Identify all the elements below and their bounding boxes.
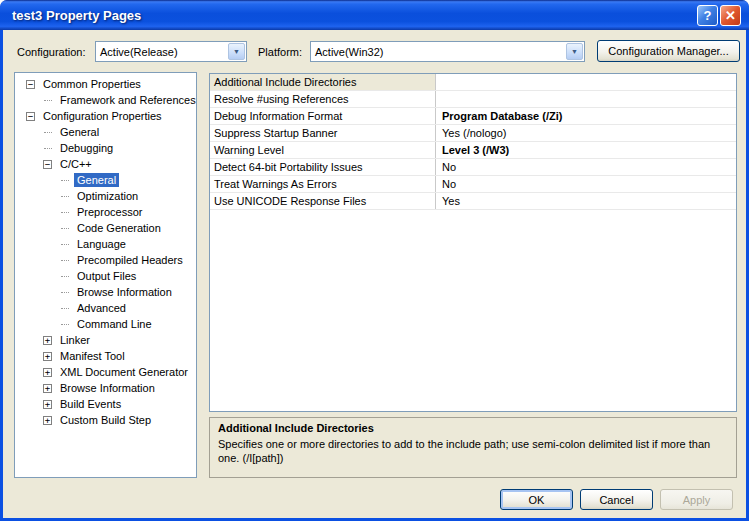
tree-item-xml-document-generator[interactable]: +XML Document Generator [15,364,196,380]
titlebar[interactable]: test3 Property Pages ? ✕ [0,0,749,30]
tree-item-general[interactable]: General [15,124,196,140]
property-name[interactable]: Resolve #using References [210,91,436,107]
property-name[interactable]: Use UNICODE Response Files [210,193,436,209]
tree-connector [61,196,69,197]
property-row-suppress-startup-banner[interactable]: Suppress Startup BannerYes (/nologo) [210,125,736,142]
tree-item-label: Language [74,237,129,251]
expander-slot [59,260,70,261]
tree-indent [25,372,42,373]
collapse-icon[interactable]: − [26,80,35,89]
expander-slot: + [42,336,53,345]
tree-item-label: Linker [57,333,93,347]
platform-label: Platform: [258,46,302,58]
property-value[interactable]: Yes (/nologo) [436,125,736,141]
tree-indent [25,356,42,357]
tree-item-label: Custom Build Step [57,413,154,427]
tree-connector [61,292,69,293]
property-value[interactable]: No [436,176,736,192]
property-name[interactable]: Debug Information Format [210,108,436,124]
collapse-icon[interactable]: − [43,160,52,169]
expander-slot: + [42,400,53,409]
property-row-treat-warnings-as-errors[interactable]: Treat Warnings As ErrorsNo [210,176,736,193]
tree-item-linker[interactable]: +Linker [15,332,196,348]
tree-item-advanced[interactable]: Advanced [15,300,196,316]
expander-slot [59,276,70,277]
tree-item-browse-information[interactable]: +Browse Information [15,380,196,396]
property-value[interactable]: No [436,159,736,175]
tree-indent [25,276,59,277]
property-name[interactable]: Additional Include Directories [210,74,436,90]
tree-item-label: Command Line [74,317,155,331]
tree-item-preprocessor[interactable]: Preprocessor [15,204,196,220]
property-row-detect-64-bit-portability-issues[interactable]: Detect 64-bit Portability IssuesNo [210,159,736,176]
property-row-use-unicode-response-files[interactable]: Use UNICODE Response FilesYes [210,193,736,210]
cancel-button[interactable]: Cancel [580,489,653,510]
tree-item-label: XML Document Generator [57,365,191,379]
tree-item-c-c[interactable]: −C/C++ [15,156,196,172]
tree-item-label: Advanced [74,301,129,315]
expand-icon[interactable]: + [43,400,52,409]
tree-indent [25,196,59,197]
tree-item-configuration-properties[interactable]: −Configuration Properties [15,108,196,124]
tree-item-code-generation[interactable]: Code Generation [15,220,196,236]
configuration-manager-button[interactable]: Configuration Manager... [597,40,740,62]
tree-item-debugging[interactable]: Debugging [15,140,196,156]
tree-indent [25,420,42,421]
tree-item-label: Configuration Properties [40,109,165,123]
tree-item-command-line[interactable]: Command Line [15,316,196,332]
tree-item-label: Output Files [74,269,139,283]
tree-item-precompiled-headers[interactable]: Precompiled Headers [15,252,196,268]
tree-indent [25,388,42,389]
chevron-down-icon[interactable]: ▼ [228,43,245,60]
category-tree: −Common PropertiesFramework and Referenc… [14,72,197,478]
property-value[interactable] [436,91,736,107]
tree-connector [61,244,69,245]
tree-item-custom-build-step[interactable]: +Custom Build Step [15,412,196,428]
property-name[interactable]: Warning Level [210,142,436,158]
tree-item-language[interactable]: Language [15,236,196,252]
titlebar-buttons: ? ✕ [697,5,741,26]
tree-item-common-properties[interactable]: −Common Properties [15,76,196,92]
property-value[interactable]: Yes [436,193,736,209]
chevron-down-icon[interactable]: ▼ [566,43,583,60]
tree-item-general[interactable]: General [15,172,196,188]
tree-item-optimization[interactable]: Optimization [15,188,196,204]
close-button[interactable]: ✕ [720,5,741,26]
property-name[interactable]: Detect 64-bit Portability Issues [210,159,436,175]
property-value[interactable] [436,74,736,90]
description-text: Specifies one or more directories to add… [218,437,728,465]
property-value[interactable]: Program Database (/Zi) [436,108,736,124]
tree-item-build-events[interactable]: +Build Events [15,396,196,412]
expander-slot: + [42,352,53,361]
property-pages-dialog: test3 Property Pages ? ✕ Configuration: … [0,0,749,521]
description-panel: Additional Include Directories Specifies… [209,417,737,478]
tree-item-framework-and-references[interactable]: Framework and References [15,92,196,108]
expand-icon[interactable]: + [43,336,52,345]
configuration-select[interactable]: Active(Release) ▼ [95,41,247,62]
property-row-debug-information-format[interactable]: Debug Information FormatProgram Database… [210,108,736,125]
property-name[interactable]: Treat Warnings As Errors [210,176,436,192]
tree-indent [25,308,59,309]
property-row-warning-level[interactable]: Warning LevelLevel 3 (/W3) [210,142,736,159]
collapse-icon[interactable]: − [26,112,35,121]
tree-item-manifest-tool[interactable]: +Manifest Tool [15,348,196,364]
tree-item-output-files[interactable]: Output Files [15,268,196,284]
property-value[interactable]: Level 3 (/W3) [436,142,736,158]
tree-indent [25,148,42,149]
tree-connector [61,228,69,229]
help-button[interactable]: ? [697,5,718,26]
property-row-resolve-using-references[interactable]: Resolve #using References [210,91,736,108]
expand-icon[interactable]: + [43,416,52,425]
configuration-value: Active(Release) [96,46,227,58]
tree-item-label: Build Events [57,397,124,411]
apply-button[interactable]: Apply [660,489,733,510]
expander-slot [59,308,70,309]
property-row-additional-include-directories[interactable]: Additional Include Directories [210,74,736,91]
property-name[interactable]: Suppress Startup Banner [210,125,436,141]
expand-icon[interactable]: + [43,384,52,393]
expand-icon[interactable]: + [43,352,52,361]
expand-icon[interactable]: + [43,368,52,377]
tree-item-browse-information[interactable]: Browse Information [15,284,196,300]
ok-button[interactable]: OK [500,489,573,510]
platform-select[interactable]: Active(Win32) ▼ [310,41,585,62]
